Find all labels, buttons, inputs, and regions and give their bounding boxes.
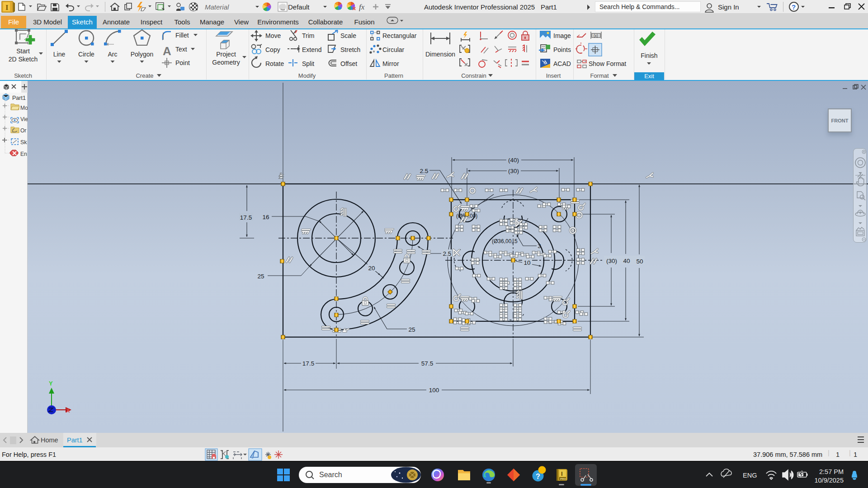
svg-text:Line: Line xyxy=(53,51,66,58)
svg-text:Home: Home xyxy=(41,436,58,444)
svg-text:Text: Text xyxy=(175,46,187,53)
svg-text:50: 50 xyxy=(636,258,643,265)
svg-text:?: ? xyxy=(536,473,540,480)
svg-text:3: 3 xyxy=(538,243,541,249)
svg-text:25: 25 xyxy=(257,273,264,280)
svg-text:?: ? xyxy=(792,3,796,11)
svg-text:I: I xyxy=(561,470,563,477)
svg-text:Vie: Vie xyxy=(20,116,28,122)
svg-text:Create: Create xyxy=(136,72,153,79)
svg-text:Scale: Scale xyxy=(340,32,356,39)
svg-text:10: 10 xyxy=(524,259,530,266)
svg-text:PRO: PRO xyxy=(560,478,566,480)
svg-text:Extend: Extend xyxy=(302,46,322,53)
svg-text:2D Sketch: 2D Sketch xyxy=(9,56,38,63)
svg-text:Or: Or xyxy=(20,127,26,134)
svg-text:Start: Start xyxy=(16,47,30,55)
svg-text:Points: Points xyxy=(553,46,571,53)
svg-text:Mo: Mo xyxy=(20,105,28,111)
svg-text:40: 40 xyxy=(623,258,630,264)
svg-text:Circle: Circle xyxy=(78,51,94,58)
svg-text:25: 25 xyxy=(408,326,415,333)
svg-text:100: 100 xyxy=(429,387,439,394)
svg-text:(40): (40) xyxy=(508,157,519,164)
svg-text:57.5: 57.5 xyxy=(421,360,433,367)
svg-text:Point: Point xyxy=(175,59,190,66)
svg-text:Constrain: Constrain xyxy=(461,72,486,79)
svg-text:(30): (30) xyxy=(508,168,519,174)
svg-text:I: I xyxy=(5,3,9,12)
svg-text:A: A xyxy=(163,44,171,58)
svg-text:ACAD: ACAD xyxy=(553,60,571,67)
svg-text:Part1: Part1 xyxy=(67,436,83,444)
svg-text:Exit: Exit xyxy=(644,73,654,80)
svg-text:Search: Search xyxy=(319,471,342,479)
svg-text:Offset: Offset xyxy=(340,60,357,67)
svg-text:Format: Format xyxy=(590,72,609,79)
svg-text:Circular: Circular xyxy=(382,46,405,53)
svg-text:Copy: Copy xyxy=(265,46,280,53)
svg-text:2.5: 2.5 xyxy=(420,168,429,174)
svg-text:Pattern: Pattern xyxy=(384,72,403,79)
svg-text:Mirror: Mirror xyxy=(382,60,399,67)
svg-text:Show Format: Show Format xyxy=(589,60,626,67)
svg-text:Arc: Arc xyxy=(108,51,118,58)
svg-text:Trim: Trim xyxy=(302,32,314,39)
svg-text:20: 20 xyxy=(368,265,375,272)
svg-text:2:57 PM: 2:57 PM xyxy=(819,468,844,475)
svg-text:Rectangular: Rectangular xyxy=(382,32,417,39)
svg-text:ENG: ENG xyxy=(743,472,757,479)
svg-text:Move: Move xyxy=(265,32,281,39)
svg-text:(x): (x) xyxy=(594,33,598,38)
svg-text:Finish: Finish xyxy=(641,52,657,59)
svg-text:Dimension: Dimension xyxy=(425,51,455,58)
svg-text:Project: Project xyxy=(216,51,236,58)
svg-text:Sk: Sk xyxy=(20,139,27,145)
svg-text:Modify: Modify xyxy=(298,72,316,79)
svg-text:fx: fx xyxy=(359,3,365,11)
svg-text:Stretch: Stretch xyxy=(340,46,360,53)
svg-text:16: 16 xyxy=(262,214,269,221)
svg-text:Image: Image xyxy=(553,32,571,39)
svg-text:Fillet: Fillet xyxy=(175,32,189,39)
svg-text:17.5: 17.5 xyxy=(302,360,314,367)
svg-text:Polygon: Polygon xyxy=(131,51,154,58)
svg-text:Part1: Part1 xyxy=(12,95,26,101)
svg-text:10/9/2025: 10/9/2025 xyxy=(814,477,844,484)
svg-text:Sketch: Sketch xyxy=(14,72,32,79)
svg-text:Y: Y xyxy=(49,380,53,387)
svg-text:(30): (30) xyxy=(606,258,617,264)
svg-text:(Ø36,00,.5: (Ø36,00,.5 xyxy=(492,238,518,244)
svg-text:Geometry: Geometry xyxy=(212,59,240,66)
svg-text:Split: Split xyxy=(302,60,314,67)
svg-text:Insert: Insert xyxy=(546,72,561,79)
svg-text:X: X xyxy=(66,407,70,414)
svg-text:2.5: 2.5 xyxy=(443,250,452,257)
svg-text:En: En xyxy=(20,151,27,157)
svg-text:Rotate: Rotate xyxy=(265,60,284,67)
svg-text:17.5: 17.5 xyxy=(240,214,252,221)
